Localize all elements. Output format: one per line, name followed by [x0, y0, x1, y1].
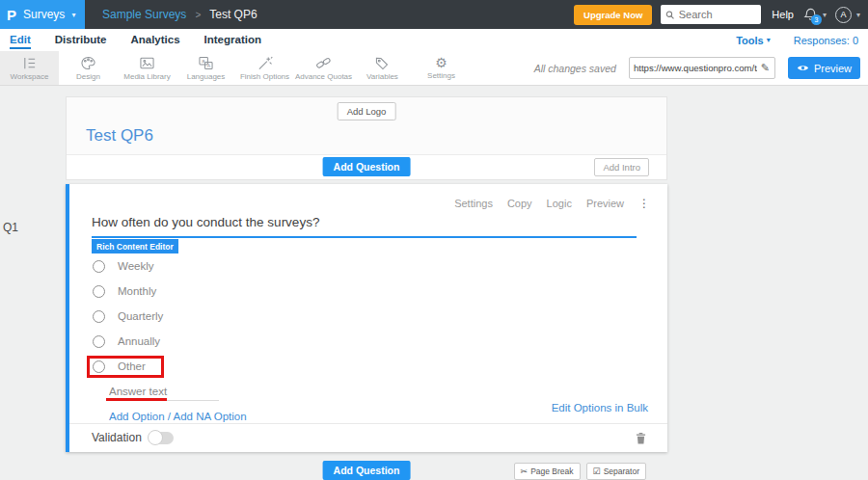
save-status: All changes saved	[534, 63, 616, 74]
help-link[interactable]: Help	[772, 9, 794, 20]
survey-url-input[interactable]	[630, 63, 759, 73]
finish-options-icon	[257, 56, 273, 70]
survey-header-card: Add Logo Test QP6 Add Question Add Intro	[66, 96, 667, 180]
surveys-menu-button[interactable]: P Surveys ▾	[0, 0, 85, 29]
page-break-icon: ✂	[521, 467, 529, 476]
survey-url-box[interactable]: ✎	[629, 57, 775, 79]
notifications-button[interactable]: 3	[803, 7, 818, 22]
notification-badge: 3	[811, 14, 822, 25]
question-settings-link[interactable]: Settings	[454, 198, 493, 209]
slash-separator: /	[168, 411, 171, 422]
add-question-button-bottom[interactable]: Add Question	[323, 461, 411, 480]
settings-icon: ⚙	[435, 56, 448, 69]
toolbar-item-languages[interactable]: aA Languages	[176, 51, 235, 85]
breadcrumb-parent[interactable]: Sample Surveys	[102, 8, 186, 21]
advance-quotas-icon	[315, 56, 332, 70]
page-break-button[interactable]: ✂ Page Break	[514, 463, 581, 480]
other-answer-field	[109, 382, 219, 401]
chevron-down-icon: ▾	[767, 36, 771, 44]
option-label[interactable]: Quarterly	[118, 310, 163, 322]
add-logo-button[interactable]: Add Logo	[338, 102, 396, 120]
search-icon	[665, 10, 674, 20]
tab-edit[interactable]: Edit	[10, 31, 31, 49]
add-na-option-link[interactable]: Add NA Option	[174, 411, 247, 422]
topbar: P Surveys ▾ Sample Surveys > Test QP6 Up…	[0, 0, 868, 29]
toolbar-item-finish-options[interactable]: Finish Options	[235, 51, 294, 85]
delete-question-button[interactable]	[636, 431, 646, 448]
tools-menu[interactable]: Tools	[736, 35, 764, 46]
tab-analytics[interactable]: Analytics	[130, 31, 179, 49]
edit-url-icon[interactable]: ✎	[759, 62, 774, 74]
question-copy-link[interactable]: Copy	[507, 198, 532, 209]
answer-options-list: Weekly Monthly Quarterly Annually	[93, 253, 247, 422]
option-label[interactable]: Annually	[118, 335, 160, 347]
question-menu: Settings Copy Logic Preview ⋮	[454, 197, 650, 210]
survey-card: Add Logo Test QP6 Add Question Add Intro…	[66, 96, 667, 480]
topbar-right: Upgrade Now Help 3 ▾ A ▾	[574, 5, 868, 25]
languages-icon: aA	[198, 56, 214, 70]
nav-right: Tools ▾ Responses: 0	[736, 35, 868, 46]
radio-icon[interactable]	[93, 360, 105, 373]
edit-options-in-bulk-link[interactable]: Edit Options in Bulk	[552, 402, 648, 413]
question-logic-link[interactable]: Logic	[547, 198, 572, 209]
toolbar-item-settings[interactable]: ⚙ Settings	[412, 51, 471, 85]
validation-toggle[interactable]	[149, 432, 174, 444]
survey-title[interactable]: Test QP6	[86, 126, 153, 146]
separator-button[interactable]: ☑ Separator	[586, 463, 646, 480]
option-label[interactable]: Other	[118, 360, 146, 372]
radio-icon[interactable]	[93, 260, 105, 273]
toolbar-item-variables[interactable]: Variables	[353, 51, 412, 85]
radio-icon[interactable]	[93, 335, 105, 348]
rich-content-editor-badge: Rich Content Editor	[92, 239, 178, 253]
search-input[interactable]	[679, 9, 757, 20]
tab-integration[interactable]: Integration	[204, 31, 261, 49]
media-library-icon	[139, 56, 155, 70]
breadcrumb: Sample Surveys > Test QP6	[102, 8, 258, 21]
add-question-button-top[interactable]: Add Question	[323, 157, 411, 176]
trash-icon	[636, 432, 646, 444]
option-row: Annually	[93, 329, 247, 354]
chevron-down-icon: ▾	[71, 11, 75, 19]
chevron-down-icon[interactable]: ▾	[823, 11, 827, 19]
option-label[interactable]: Weekly	[118, 260, 154, 272]
svg-text:A: A	[207, 63, 211, 68]
workspace-icon	[21, 56, 38, 70]
editor-canvas: Q1 Add Logo Test QP6 Add Question Add In…	[0, 86, 868, 480]
search-box[interactable]	[661, 5, 761, 24]
divider	[69, 423, 667, 424]
design-icon	[80, 56, 96, 70]
add-intro-button[interactable]: Add Intro	[594, 158, 649, 176]
surveys-menu-label: Surveys	[23, 8, 65, 21]
kebab-menu-icon[interactable]: ⋮	[638, 197, 650, 210]
annotation-highlight-box: Other	[87, 356, 164, 378]
eye-icon	[797, 64, 809, 72]
question-preview-link[interactable]: Preview	[586, 198, 624, 209]
survey-action-row: Add Question Add Intro	[67, 155, 666, 179]
responses-count[interactable]: Responses: 0	[794, 35, 858, 46]
nav-tabs-row: Edit Distribute Analytics Integration To…	[0, 29, 868, 51]
radio-icon[interactable]	[93, 285, 105, 298]
toolbar-item-advance-quotas[interactable]: Advance Quotas	[294, 51, 353, 85]
toolbar-item-workspace[interactable]: Workspace	[0, 51, 59, 85]
tab-distribute[interactable]: Distribute	[55, 31, 107, 49]
questionpro-logo-icon: P	[7, 7, 16, 23]
option-row: Monthly	[93, 279, 247, 304]
question-block: Settings Copy Logic Preview ⋮ How often …	[66, 184, 667, 452]
toolbar-item-media-library[interactable]: Media Library	[118, 51, 176, 85]
toolbar-item-design[interactable]: Design	[59, 51, 118, 85]
option-label[interactable]: Monthly	[118, 285, 156, 297]
avatar[interactable]: A	[835, 7, 852, 23]
add-option-link[interactable]: Add Option	[109, 411, 165, 422]
upgrade-now-button[interactable]: Upgrade Now	[574, 5, 652, 25]
variables-icon	[374, 56, 391, 70]
validation-row: Validation	[92, 431, 174, 444]
break-buttons: ✂ Page Break ☑ Separator	[514, 463, 646, 480]
separator-icon: ☑	[593, 467, 601, 476]
question-text[interactable]: How often do you conduct the surveys?	[92, 215, 319, 229]
survey-header: Add Logo Test QP6	[67, 97, 666, 155]
radio-icon[interactable]	[93, 310, 105, 323]
chevron-down-icon[interactable]: ▾	[856, 11, 860, 19]
preview-button[interactable]: Preview	[788, 57, 860, 79]
validation-label: Validation	[92, 431, 142, 444]
breadcrumb-chevron-icon: >	[195, 10, 201, 20]
